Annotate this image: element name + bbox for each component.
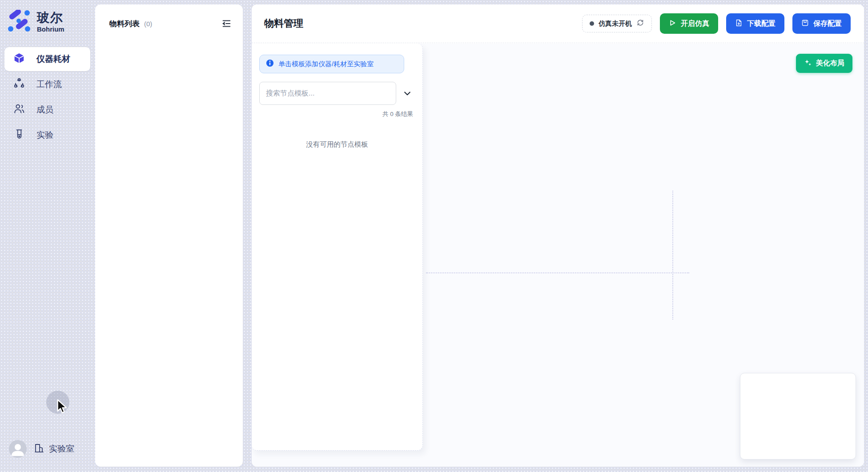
info-icon — [266, 59, 274, 69]
empty-template-message: 没有可用的节点模板 — [252, 140, 422, 149]
download-config-button[interactable]: 下载配置 — [726, 13, 784, 34]
template-hint-banner: 单击模板添加仪器/耗材至实验室 — [259, 55, 404, 73]
minimap[interactable] — [740, 373, 856, 460]
sidebar-item-label: 工作流 — [36, 79, 62, 90]
brand-name-zh: 玻尔 — [37, 12, 64, 24]
sidebar-item-label: 实验 — [36, 129, 53, 141]
simulation-status-pill[interactable]: 仿真未开机 — [582, 15, 652, 32]
result-count: 共 0 条结果 — [382, 110, 413, 118]
cube-icon — [13, 52, 25, 66]
sidebar-item-lab[interactable]: 实验室 — [34, 443, 74, 455]
sparkles-icon — [804, 59, 812, 68]
main-panel: 物料管理 仿真未开机 — [252, 4, 864, 467]
lab-label: 实验室 — [49, 443, 74, 455]
avatar[interactable] — [9, 440, 27, 458]
sidebar-item-label: 仪器耗材 — [36, 53, 70, 65]
save-config-button[interactable]: 保存配置 — [792, 13, 851, 34]
sidebar: 玻尔 Bohrium 仪器耗材 工作流 — [0, 0, 95, 472]
refresh-icon[interactable] — [636, 19, 644, 28]
members-icon — [13, 103, 25, 116]
sidebar-item-instruments[interactable]: 仪器耗材 — [4, 47, 90, 71]
main-header: 物料管理 仿真未开机 — [252, 4, 864, 43]
play-icon — [669, 19, 676, 28]
materials-list-panel: 物料列表 (0) — [95, 4, 243, 467]
materials-list-count: (0) — [144, 20, 152, 28]
download-icon — [735, 19, 743, 28]
flow-canvas[interactable]: 单击模板添加仪器/耗材至实验室 共 0 条结果 没有可用的节点模板 美化布局 — [252, 44, 864, 467]
menu-fold-icon[interactable] — [220, 17, 233, 30]
node-template-panel: 单击模板添加仪器/耗材至实验室 共 0 条结果 没有可用的节点模板 — [252, 44, 423, 451]
canvas-guide-horizontal — [426, 272, 689, 273]
experiment-icon — [13, 128, 25, 142]
brand-name-en: Bohrium — [37, 26, 64, 32]
sidebar-item-label: 成员 — [36, 104, 53, 116]
simulation-status-text: 仿真未开机 — [599, 20, 632, 28]
sidebar-item-experiments[interactable]: 实验 — [4, 124, 90, 146]
sidebar-item-workflow[interactable]: 工作流 — [4, 73, 90, 96]
beautify-layout-button[interactable]: 美化布局 — [796, 54, 852, 73]
brand-logo: 玻尔 Bohrium — [8, 10, 64, 34]
save-icon — [801, 19, 809, 28]
page-title: 物料管理 — [264, 17, 303, 30]
status-dot-icon — [590, 21, 594, 26]
building-icon — [34, 443, 44, 455]
canvas-guide-vertical — [672, 191, 673, 320]
template-hint-text: 单击模板添加仪器/耗材至实验室 — [278, 60, 374, 68]
sidebar-item-members[interactable]: 成员 — [4, 99, 90, 121]
start-simulation-button[interactable]: 开启仿真 — [660, 13, 718, 34]
bohrium-logo-icon — [8, 10, 31, 34]
drag-ghost-circle — [46, 391, 69, 414]
search-input[interactable] — [259, 82, 396, 105]
chevron-down-icon[interactable] — [402, 88, 413, 99]
workflow-icon — [13, 78, 25, 91]
materials-list-title: 物料列表 — [109, 19, 140, 29]
